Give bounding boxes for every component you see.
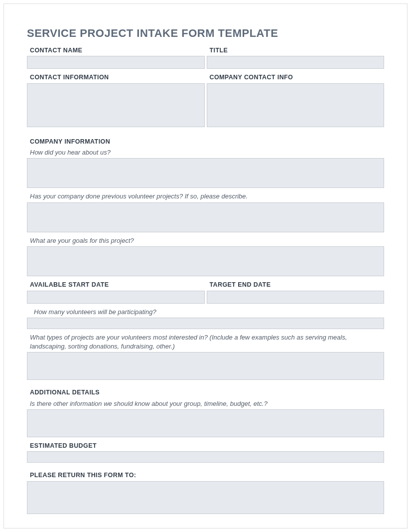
- form-sheet: SERVICE PROJECT INTAKE FORM TEMPLATE CON…: [3, 3, 408, 529]
- title-label: TITLE: [207, 45, 385, 56]
- contact-name-field[interactable]: [27, 56, 205, 69]
- return-label: PLEASE RETURN THIS FORM TO:: [27, 470, 384, 481]
- project-types-label: What types of projects are your voluntee…: [27, 332, 384, 352]
- budget-label: ESTIMATED BUDGET: [27, 440, 384, 451]
- contact-info-field[interactable]: [27, 83, 205, 127]
- volunteers-label: How many volunteers will be participatin…: [27, 307, 384, 318]
- additional-field[interactable]: [27, 409, 384, 437]
- volunteers-field[interactable]: [27, 318, 384, 329]
- prev-projects-field[interactable]: [27, 202, 384, 232]
- end-date-field[interactable]: [207, 291, 385, 304]
- return-field[interactable]: [27, 481, 384, 514]
- form-title: SERVICE PROJECT INTAKE FORM TEMPLATE: [27, 27, 384, 40]
- goals-field[interactable]: [27, 246, 384, 276]
- how-hear-label: How did you hear about us?: [27, 147, 384, 159]
- contact-info-label: CONTACT INFORMATION: [27, 72, 205, 83]
- additional-label: ADDITIONAL DETAILS: [27, 387, 384, 398]
- how-hear-field[interactable]: [27, 158, 384, 188]
- title-field[interactable]: [207, 56, 385, 69]
- company-contact-label: COMPANY CONTACT INFO: [207, 72, 385, 83]
- contact-name-label: CONTACT NAME: [27, 45, 205, 56]
- company-info-label: COMPANY INFORMATION: [27, 136, 384, 147]
- company-contact-field[interactable]: [207, 83, 385, 127]
- project-types-field[interactable]: [27, 352, 384, 380]
- end-date-label: TARGET END DATE: [207, 279, 385, 290]
- start-date-field[interactable]: [27, 291, 205, 304]
- prev-projects-label: Has your company done previous volunteer…: [27, 191, 384, 202]
- start-date-label: AVAILABLE START DATE: [27, 279, 205, 290]
- additional-sub: Is there other information we should kno…: [27, 398, 384, 410]
- budget-field[interactable]: [27, 451, 384, 463]
- goals-label: What are your goals for this project?: [27, 235, 384, 247]
